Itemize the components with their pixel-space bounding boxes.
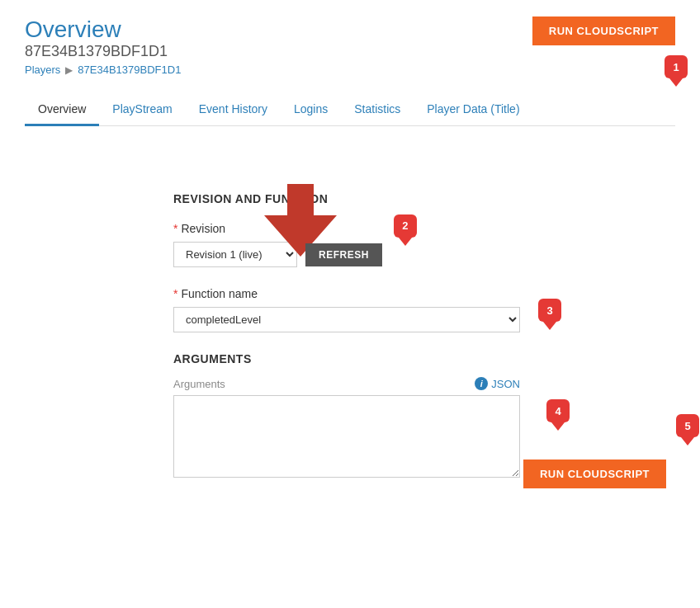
run-cloudscript-bottom-button[interactable]: RUN CLOUDSCRIPT — [523, 460, 666, 488]
run-cloudscript-top-button[interactable]: RUN CLOUDSCRIPT — [532, 16, 675, 45]
refresh-container: REFRESH 2 — [305, 243, 382, 266]
revision-field-group: * Revision Revision 1 (live) REFRESH 2 — [173, 222, 675, 267]
revision-required-star: * — [173, 222, 177, 235]
player-id: 87E34B1379BDF1D1 — [25, 43, 181, 60]
content-area: REVISION AND FUNCTION * Revision Revisio… — [25, 192, 675, 488]
tab-playstream[interactable]: PlayStream — [99, 94, 185, 126]
revision-section-title: REVISION AND FUNCTION — [173, 192, 675, 205]
arguments-label: Arguments — [173, 378, 225, 390]
nav-tabs: Overview PlayStream Event History Logins… — [25, 94, 675, 126]
badge-4-container: 4 — [173, 395, 520, 480]
breadcrumb-current: 87E34B1379BDF1D1 — [78, 64, 181, 76]
revision-row: Revision 1 (live) REFRESH 2 — [173, 242, 675, 267]
json-info-icon: i — [475, 377, 488, 390]
badge-2: 2 — [394, 214, 417, 238]
arrow-shaft — [287, 184, 314, 215]
refresh-button[interactable]: REFRESH — [305, 243, 382, 266]
arguments-textarea[interactable] — [173, 395, 520, 478]
tab-player-data[interactable]: Player Data (Title) — [414, 94, 532, 126]
badge-3: 3 — [538, 299, 561, 322]
page-title: Overview — [25, 16, 181, 43]
function-select[interactable]: completedLevel — [173, 307, 520, 332]
json-label: JSON — [491, 378, 520, 390]
arguments-section: ARGUMENTS Arguments i JSON 4 RUN CLOUDSC… — [173, 352, 675, 488]
tab-event-history[interactable]: Event History — [186, 94, 281, 126]
header-row: Overview 87E34B1379BDF1D1 Players ▶ 87E3… — [25, 16, 675, 89]
function-name-field-group: * Function name completedLevel 3 — [173, 287, 675, 332]
title-area: Overview 87E34B1379BDF1D1 Players ▶ 87E3… — [25, 16, 181, 89]
revision-section: REVISION AND FUNCTION * Revision Revisio… — [173, 192, 675, 332]
badge-5: 5 — [676, 414, 699, 437]
function-select-container: completedLevel 3 — [173, 307, 520, 332]
tab-logins[interactable]: Logins — [281, 94, 341, 126]
tab-statistics[interactable]: Statistics — [341, 94, 414, 126]
function-label: * Function name — [173, 287, 675, 300]
badge-1: 1 — [665, 55, 688, 78]
badge-4: 4 — [546, 399, 570, 422]
function-label-text: Function name — [181, 287, 258, 300]
breadcrumb: Players ▶ 87E34B1379BDF1D1 — [25, 64, 181, 76]
json-link[interactable]: i JSON — [475, 377, 520, 390]
run-cloudscript-bottom-container: RUN CLOUDSCRIPT 5 — [523, 443, 666, 488]
breadcrumb-arrow: ▶ — [65, 64, 73, 76]
function-required-star: * — [173, 287, 177, 300]
arguments-label-row: Arguments i JSON — [173, 377, 520, 390]
players-link[interactable]: Players — [25, 64, 60, 76]
arguments-section-title: ARGUMENTS — [173, 352, 675, 365]
run-cloudscript-top-container: RUN CLOUDSCRIPT 1 — [532, 16, 675, 45]
revision-label-text: Revision — [181, 222, 225, 235]
tab-overview[interactable]: Overview — [25, 94, 99, 126]
revision-label: * Revision — [173, 222, 675, 235]
page-wrapper: Overview 87E34B1379BDF1D1 Players ▶ 87E3… — [0, 0, 700, 608]
